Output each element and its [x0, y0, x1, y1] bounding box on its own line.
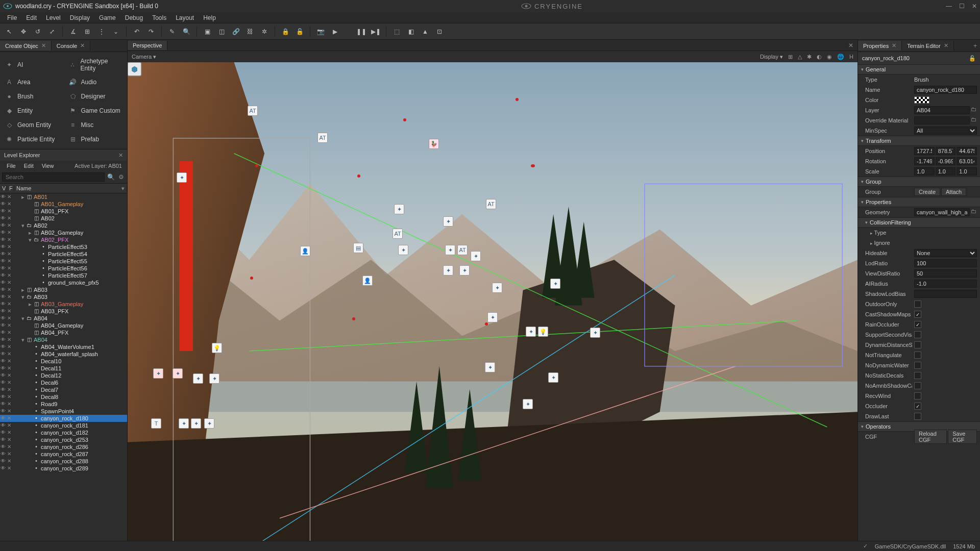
close-button[interactable]: ✕	[972, 3, 977, 10]
camera-dropdown[interactable]: Camera ▾	[132, 54, 156, 60]
nostatic-checkbox[interactable]	[914, 372, 921, 379]
freeze-icon[interactable]: ✕	[6, 251, 12, 258]
grid-icon[interactable]: ⊞	[788, 54, 793, 60]
close-icon[interactable]: ✕	[892, 42, 896, 49]
visibility-icon[interactable]: 👁	[0, 408, 6, 415]
airadius-input[interactable]	[914, 280, 977, 288]
noamnb-checkbox[interactable]	[914, 382, 921, 389]
freeze-icon[interactable]: ✕	[6, 286, 12, 293]
freeze-icon[interactable]: ✕	[6, 222, 12, 229]
pos-x-input[interactable]	[914, 147, 935, 155]
lodratio-input[interactable]	[914, 259, 977, 267]
tree-item[interactable]: 👁✕•AB04_waterfall_splash	[0, 350, 127, 358]
visibility-icon[interactable]: 👁	[0, 465, 6, 472]
visibility-icon[interactable]: 👁	[0, 336, 6, 343]
create-entity[interactable]: ◆Entity	[2, 104, 62, 117]
visibility-icon[interactable]: 👁	[0, 458, 6, 465]
col-visibility[interactable]: V	[0, 185, 7, 191]
menu-debug[interactable]: Debug	[121, 13, 147, 22]
globe-icon[interactable]: 🌐	[837, 54, 844, 60]
rotate-tool[interactable]: ↺	[32, 26, 44, 38]
castshadow-checkbox[interactable]: ✓	[914, 311, 921, 318]
scale-x-input[interactable]	[914, 167, 935, 176]
pos-y-input[interactable]	[936, 147, 956, 155]
viewport[interactable]: ⬢ .hbox{position:absolute;width:20px;hei…	[128, 62, 857, 541]
visibility-icon[interactable]: 👁	[0, 300, 6, 308]
visibility-icon[interactable]: 👁	[0, 208, 6, 215]
visibility-icon[interactable]: 👁	[0, 258, 6, 265]
tree-item[interactable]: 👁✕•ParticleEffect56	[0, 265, 127, 272]
tab-properties[interactable]: Properties ✕	[858, 41, 902, 51]
visibility-icon[interactable]: 👁	[0, 372, 6, 379]
menu-display[interactable]: Display	[66, 13, 94, 22]
lock-button[interactable]: 🔒	[279, 26, 291, 38]
ratio-icon[interactable]: ◐	[817, 54, 822, 60]
supportvis-checkbox[interactable]	[914, 331, 921, 338]
create-particle-entity[interactable]: ✺Particle Entity	[2, 133, 62, 146]
tree-item[interactable]: 👁✕•canyon_rock_d180	[0, 415, 127, 422]
scale-tool[interactable]: ⤢	[46, 26, 58, 38]
snap-grid-tool[interactable]: ⊞	[81, 26, 93, 38]
close-icon[interactable]: ✕	[41, 42, 46, 49]
tree-item[interactable]: 👁✕•Decal8	[0, 393, 127, 400]
resolution-icon[interactable]: ◉	[827, 54, 832, 60]
freeze-icon[interactable]: ✕	[6, 415, 12, 422]
freeze-icon[interactable]: ✕	[6, 343, 12, 350]
visibility-icon[interactable]: 👁	[0, 415, 6, 422]
freeze-icon[interactable]: ✕	[6, 293, 12, 300]
create-prefab[interactable]: ⊞Prefab	[66, 133, 126, 146]
freeze-icon[interactable]: ✕	[6, 386, 12, 393]
freeze-icon[interactable]: ✕	[6, 372, 12, 379]
pos-z-input[interactable]	[957, 147, 977, 155]
freeze-icon[interactable]: ✕	[6, 193, 12, 201]
drawlast-checkbox[interactable]	[914, 413, 921, 420]
freeze-icon[interactable]: ✕	[6, 329, 12, 336]
freeze-icon[interactable]: ✕	[6, 336, 12, 343]
scale-z-input[interactable]	[957, 167, 977, 176]
freeze-icon[interactable]: ✕	[6, 422, 12, 429]
lock-icon[interactable]: 🔓	[969, 55, 976, 62]
scale-y-input[interactable]	[936, 167, 956, 176]
section-group[interactable]: ▾Group	[858, 177, 980, 187]
step-button[interactable]: ▶❚	[370, 26, 382, 38]
maximize-button[interactable]: ☐	[959, 3, 965, 10]
outdoor-checkbox[interactable]	[914, 300, 921, 308]
create-brush[interactable]: ●Brush	[2, 90, 62, 103]
save-cgf-button[interactable]: Save CGF	[948, 430, 977, 444]
create-geom-entity[interactable]: ◇Geom Entity	[2, 118, 62, 132]
visibility-icon[interactable]: 👁	[0, 436, 6, 443]
gear-icon[interactable]: ⚙	[117, 173, 125, 181]
menu-game[interactable]: Game	[95, 13, 120, 22]
undo-button[interactable]: ↶	[131, 26, 143, 38]
unlink-tool[interactable]: ⛓	[244, 26, 256, 38]
close-icon[interactable]: ✕	[844, 42, 857, 49]
visibility-icon[interactable]: 👁	[0, 236, 6, 243]
expand-icon[interactable]: ▾	[20, 336, 26, 343]
add-tab-icon[interactable]: +	[970, 42, 980, 49]
tree-item[interactable]: 👁✕•canyon_rock_d286	[0, 443, 127, 450]
expand-icon[interactable]: ▸	[28, 229, 33, 236]
close-icon[interactable]: ✕	[118, 152, 123, 159]
freeze-icon[interactable]: ✕	[6, 236, 12, 243]
visibility-icon[interactable]: 👁	[0, 272, 6, 279]
minimize-button[interactable]: —	[946, 3, 952, 10]
label-icon[interactable]: ✱	[807, 54, 812, 60]
close-icon[interactable]: ✕	[944, 42, 948, 49]
visibility-icon[interactable]: 👁	[0, 251, 6, 258]
visibility-icon[interactable]: 👁	[0, 229, 6, 236]
create-audio[interactable]: 🔊Audio	[66, 76, 126, 89]
hideable-select[interactable]: None	[914, 249, 977, 257]
tree-item[interactable]: 👁✕•ParticleEffect57	[0, 272, 127, 279]
rot-z-input[interactable]	[957, 157, 977, 165]
create-game-custom[interactable]: ⚑Game Custom	[66, 104, 126, 117]
tree-item[interactable]: 👁✕◫AB01_PFX	[0, 208, 127, 215]
close-icon[interactable]: ✕	[80, 42, 85, 49]
freeze-icon[interactable]: ✕	[6, 450, 12, 458]
visibility-icon[interactable]: 👁	[0, 243, 6, 251]
expand-icon[interactable]: ▸	[20, 193, 26, 201]
display-dropdown[interactable]: Display ▾	[760, 54, 783, 60]
visibility-icon[interactable]: 👁	[0, 429, 6, 436]
visibility-icon[interactable]: 👁	[0, 343, 6, 350]
visibility-icon[interactable]: 👁	[0, 365, 6, 372]
tree-item[interactable]: 👁✕•canyon_rock_d253	[0, 436, 127, 443]
